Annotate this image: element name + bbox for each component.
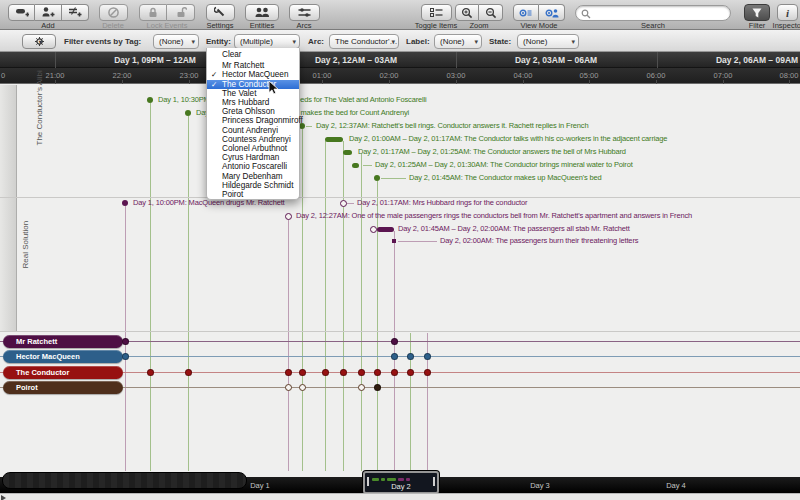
- event-vertical-line: [325, 141, 326, 471]
- entity-event-dot[interactable]: [147, 369, 154, 376]
- entity-event-dot[interactable]: [391, 353, 398, 360]
- menu-item[interactable]: ✓Hector MacQueen: [207, 70, 299, 79]
- menu-item[interactable]: Mr Ratchett: [207, 61, 299, 70]
- event-label[interactable]: Day 2, 12:27AM: One of the male passenge…: [296, 211, 692, 221]
- bottom-strip: [0, 493, 800, 500]
- menu-item-label: Poirot: [222, 190, 243, 199]
- menu-item[interactable]: Mary Debenham: [207, 172, 299, 181]
- event-duration-bar[interactable]: [343, 150, 352, 155]
- entity-event-dot[interactable]: [122, 338, 129, 345]
- menu-item-label: Cyrus Hardman: [222, 153, 279, 162]
- entity-event-dot[interactable]: [285, 369, 292, 376]
- section-label: Real Solution: [21, 221, 30, 269]
- entity-event-dot[interactable]: [185, 369, 192, 376]
- entity-event-dot[interactable]: [374, 384, 381, 391]
- section-real-solution: Real Solution: [0, 197, 17, 331]
- entity-pill[interactable]: Hector MacQueen: [3, 350, 123, 363]
- entity-event-dot[interactable]: [358, 369, 365, 376]
- nav-mini-mark: [381, 478, 385, 482]
- event-connector: [363, 165, 372, 166]
- menu-item[interactable]: Colonel Arbuthnot: [207, 144, 299, 153]
- nav-selection-handle-right[interactable]: [433, 477, 435, 486]
- event-marker[interactable]: [185, 110, 191, 116]
- event-marker[interactable]: [285, 213, 292, 220]
- entity-pill[interactable]: Mr Ratchett: [3, 335, 123, 348]
- nav-mini-mark: [387, 478, 396, 482]
- nav-selection-label: Day 2: [365, 482, 437, 491]
- nav-selection-box[interactable]: Day 2: [363, 471, 439, 494]
- section-conductors-alibi: The Conductor's Alibi: [0, 85, 17, 197]
- event-duration-bar[interactable]: [352, 163, 359, 168]
- event-label[interactable]: Day 2, 01:45AM – Day 2, 02:00AM: The pas…: [398, 224, 630, 234]
- entity-event-dot[interactable]: [407, 353, 414, 360]
- entity-event-dot[interactable]: [424, 353, 431, 360]
- event-marker[interactable]: [147, 97, 153, 103]
- menu-item[interactable]: Princess Dragonmiroff: [207, 116, 299, 125]
- event-label[interactable]: Day 2, 01:25AM – Day 2, 01:30AM: The Con…: [375, 160, 633, 170]
- event-label[interactable]: Day 2, 01:17AM – Day 2, 01:25AM: The Con…: [358, 147, 626, 157]
- event-vertical-line: [302, 129, 303, 471]
- entity-event-dot[interactable]: [322, 369, 329, 376]
- entity-event-dot[interactable]: [391, 338, 398, 345]
- event-marker[interactable]: [122, 200, 128, 206]
- menu-item-label: Antonio Foscarelli: [222, 162, 287, 171]
- section-divider: [0, 197, 800, 198]
- entity-pill[interactable]: Poirot: [3, 381, 123, 394]
- nav-selection-handle-left[interactable]: [367, 477, 369, 486]
- menu-item-label: The Valet: [222, 89, 256, 98]
- event-vertical-line: [288, 219, 289, 471]
- entity-event-dot[interactable]: [299, 369, 306, 376]
- entity-event-dot[interactable]: [424, 369, 431, 376]
- event-vertical-line: [343, 141, 344, 471]
- menu-item-clear[interactable]: Clear: [207, 50, 299, 59]
- menu-item-label: Countess Andrenyi: [222, 135, 291, 144]
- entity-event-dot[interactable]: [391, 369, 398, 376]
- entity-event-dot[interactable]: [122, 353, 129, 360]
- event-vertical-line: [394, 231, 395, 471]
- event-connector: [398, 241, 437, 242]
- event-duration-bar[interactable]: [377, 227, 394, 232]
- event-label[interactable]: Day 2, 02:00AM: The passengers burn thei…: [440, 236, 638, 246]
- event-label[interactable]: Day 2, 01:17AM: Mrs Hubbard rings for th…: [357, 198, 527, 208]
- menu-item-label: Greta Ohlsson: [222, 107, 275, 116]
- menu-item[interactable]: Cyrus Hardman: [207, 153, 299, 162]
- menu-item[interactable]: Mrs Hubbard: [207, 98, 299, 107]
- menu-item[interactable]: Countess Andrenyi: [207, 135, 299, 144]
- timeline-canvas: Day 1, 10:30PM: The Conductor makes up b…: [0, 0, 800, 500]
- menu-item-label: Clear: [222, 50, 242, 59]
- event-duration-bar[interactable]: [325, 137, 343, 142]
- entity-event-open-dot[interactable]: [299, 384, 306, 391]
- section-divider: [0, 331, 800, 332]
- event-marker[interactable]: [370, 226, 377, 233]
- menu-item[interactable]: Count Andrenyi: [207, 126, 299, 135]
- event-vertical-line: [188, 116, 189, 471]
- event-connector: [381, 178, 406, 179]
- menu-item-label: Hector MacQueen: [222, 70, 288, 79]
- event-vertical-line: [150, 103, 151, 471]
- entity-event-dot[interactable]: [340, 369, 347, 376]
- event-label[interactable]: Day 2, 01:45AM: The Conductor makes up M…: [409, 173, 602, 183]
- event-marker[interactable]: [392, 239, 396, 243]
- entity-event-dot[interactable]: [407, 369, 414, 376]
- entity-filter-menu: ClearMr Ratchett✓Hector MacQueen✓The Con…: [206, 48, 300, 200]
- nav-mini-mark: [406, 478, 410, 482]
- menu-item[interactable]: Greta Ohlsson: [207, 107, 299, 116]
- entity-event-open-dot[interactable]: [358, 384, 365, 391]
- entity-event-open-dot[interactable]: [285, 384, 292, 391]
- event-connector: [306, 126, 312, 127]
- section-label: The Conductor's Alibi: [35, 70, 44, 145]
- menu-item[interactable]: ✓The Conductor: [207, 80, 299, 89]
- menu-item[interactable]: Antonio Foscarelli: [207, 162, 299, 171]
- menu-item[interactable]: The Valet: [207, 89, 299, 98]
- entity-pill[interactable]: The Conductor: [3, 366, 123, 379]
- entity-event-dot[interactable]: [374, 369, 381, 376]
- event-marker[interactable]: [374, 175, 380, 181]
- event-label[interactable]: Day 2, 01:00AM – Day 2, 01:17AM: The Con…: [349, 134, 667, 144]
- mouse-cursor: [268, 80, 280, 96]
- event-label[interactable]: Day 2, 12:37AM: Ratchett's bell rings. C…: [316, 121, 588, 131]
- event-marker[interactable]: [340, 200, 347, 207]
- aeon-timeline-window: Add Delete Lock Events Settings Entities…: [0, 0, 800, 500]
- menu-item[interactable]: Poirot: [207, 190, 299, 199]
- menu-item[interactable]: Hildegarde Schmidt: [207, 181, 299, 190]
- nav-mini-mark: [398, 478, 404, 482]
